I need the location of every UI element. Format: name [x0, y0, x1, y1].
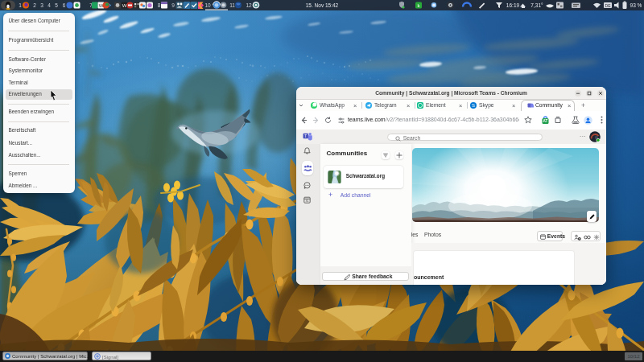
svg-text:15. Nov 15:42: 15. Nov 15:42: [306, 2, 339, 8]
svg-text:16:19: 16:19: [506, 2, 520, 8]
svg-text:6: 6: [63, 2, 66, 8]
svg-text:1: 1: [19, 2, 22, 8]
svg-text:93 %: 93 %: [630, 2, 642, 8]
svg-text:12: 12: [246, 2, 252, 8]
svg-text:4: 4: [47, 2, 51, 8]
svg-text:9: 9: [171, 2, 175, 8]
svg-text:7,31°: 7,31°: [530, 2, 543, 8]
svg-text:11: 11: [229, 2, 235, 8]
svg-text:31: 31: [306, 200, 309, 203]
svg-text:5: 5: [55, 2, 58, 8]
svg-text:2: 2: [33, 2, 36, 8]
svg-text:DE: DE: [605, 3, 612, 8]
svg-text:AT: AT: [543, 119, 548, 123]
svg-text:10: 10: [204, 2, 211, 8]
svg-text:8: 8: [158, 2, 161, 8]
svg-text:S: S: [472, 103, 475, 108]
svg-text:T: T: [304, 134, 307, 138]
svg-text:W: W: [122, 3, 127, 8]
svg-text:3: 3: [40, 2, 43, 8]
